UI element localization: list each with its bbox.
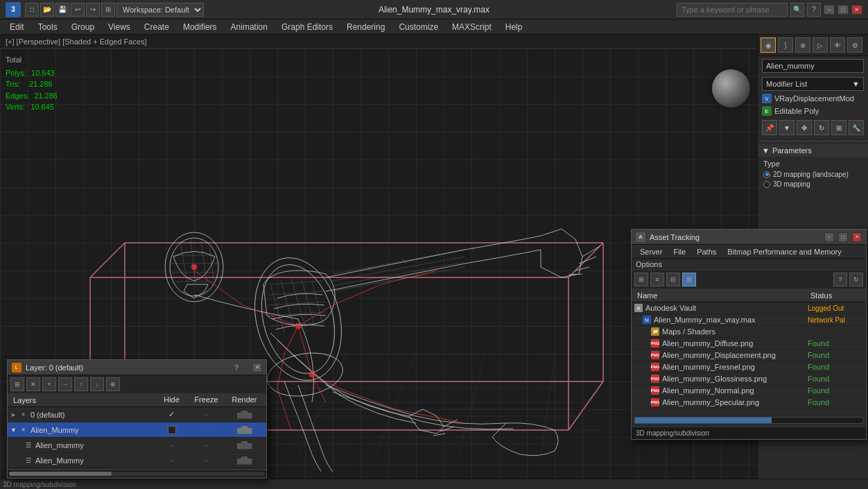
asset-row-specular[interactable]: PNG Alien_mummy_Specular.png Found <box>632 397 866 409</box>
layers-col-name-header: Layers <box>10 395 156 405</box>
menu-customize[interactable]: Customize <box>392 19 445 35</box>
radio-3d-dot <box>763 181 770 188</box>
asset-col-status-header: Status <box>808 291 863 300</box>
asset-row-vault[interactable]: A Autodesk Vault Logged Out <box>632 302 866 314</box>
scale-tool-icon[interactable]: ⊞ <box>831 120 847 135</box>
asset-fresnel-name: PNG Alien_mummy_Fresnel.png <box>651 363 808 371</box>
png-disp-icon: PNG <box>651 351 659 359</box>
layer-tool-add[interactable]: + <box>42 377 56 391</box>
asset-normal-status: Found <box>808 386 863 395</box>
asset-help-icon[interactable]: ? <box>833 273 847 286</box>
menu-animation[interactable]: Animation <box>224 19 275 35</box>
menu-help[interactable]: Help <box>498 19 530 35</box>
menu-edit[interactable]: Edit <box>3 19 31 35</box>
move-tool-icon[interactable]: ✥ <box>797 120 812 135</box>
menu-create[interactable]: Create <box>137 19 176 35</box>
asset-row-displacement[interactable]: PNG Alien_mummy_Displacement.png Found <box>632 350 866 361</box>
menu-tools[interactable]: Tools <box>31 19 64 35</box>
asset-specular-name: PNG Alien_mummy_Specular.png <box>651 398 808 406</box>
object-name-field[interactable]: Alien_mummy <box>762 59 864 73</box>
material-icon[interactable]: ◉ <box>761 37 776 53</box>
save-icon[interactable]: 💾 <box>55 3 69 17</box>
snap-tool-icon[interactable]: 🔧 <box>849 120 864 135</box>
display-icon[interactable]: 👁 <box>830 37 845 53</box>
hide-checkbox-1[interactable] <box>168 426 176 434</box>
menu-group[interactable]: Group <box>64 19 101 35</box>
undo-icon[interactable]: ↩ <box>71 3 85 17</box>
select-tool-icon[interactable]: ▼ <box>779 120 795 135</box>
layer-row-alien-mummy-sub1[interactable]: ☰ Alien_mummy --- --- <box>8 438 266 453</box>
asset-tool-1[interactable]: ⊞ <box>634 273 648 286</box>
layer-tool-all[interactable]: ⊞ <box>10 377 24 391</box>
search-input[interactable] <box>677 3 788 17</box>
layer-tool-up[interactable]: ↑ <box>74 377 88 391</box>
utilities-icon[interactable]: ⚙ <box>847 37 862 53</box>
close-button[interactable]: ✕ <box>851 5 862 15</box>
layers-col-render-header: Render <box>225 395 263 405</box>
layers-scroll-track <box>9 472 265 476</box>
modifier-icon-btn[interactable]: ⟆ <box>778 37 793 53</box>
layer-tool-merge[interactable]: ⊕ <box>106 377 120 391</box>
asset-tool-4[interactable]: ⊞ <box>682 273 696 286</box>
asset-toolbar: ⊞ ≡ ⊟ ⊞ ? ↻ <box>632 271 866 289</box>
minimize-button[interactable]: − <box>824 5 835 15</box>
help-icon[interactable]: ? <box>807 3 821 17</box>
render-camera-icon-2 <box>237 441 252 449</box>
menu-rendering[interactable]: Rendering <box>340 19 392 35</box>
maximize-button[interactable]: □ <box>837 5 849 15</box>
layer-sub1-render <box>225 441 263 449</box>
layer-row-default[interactable]: ► ≡ 0 (default) ✓ --- <box>8 407 266 422</box>
edges-stat: Edges: 21.286 <box>6 90 58 102</box>
asset-title-bar: A Asset Tracking − □ ✕ <box>632 230 866 245</box>
modifier-list-label[interactable]: Modifier List ▼ <box>762 77 864 91</box>
asset-tool-2[interactable]: ≡ <box>650 273 664 286</box>
asset-row-maps[interactable]: 📁 Maps / Shaders <box>632 326 866 338</box>
rotate-tool-icon[interactable]: ↻ <box>814 120 829 135</box>
asset-row-diffuse[interactable]: PNG Alien_mummy_Diffuse.png Found <box>632 338 866 350</box>
layers-help-button[interactable]: ? <box>234 363 238 372</box>
asset-tool-3[interactable]: ⊟ <box>666 273 680 286</box>
new-file-icon[interactable]: □ <box>25 3 39 17</box>
menu-views[interactable]: Views <box>101 19 137 35</box>
asset-menu-file[interactable]: File <box>668 246 691 257</box>
layers-close-button[interactable]: ✕ <box>252 363 262 372</box>
search-icon[interactable]: 🔍 <box>790 3 804 17</box>
motion-icon[interactable]: ▷ <box>813 37 828 53</box>
asset-close-button[interactable]: ✕ <box>852 232 862 242</box>
menu-modifiers[interactable]: Modifiers <box>176 19 224 35</box>
viewport-sphere-preview <box>712 69 750 108</box>
layers-col-freeze-header: Freeze <box>187 395 225 405</box>
radio-2d-mapping[interactable]: 2D mapping (landscape) <box>763 171 862 178</box>
asset-minimize-button[interactable]: − <box>824 232 834 242</box>
asset-row-normal[interactable]: PNG Alien_mummy_Normal.png Found <box>632 385 866 397</box>
asset-refresh-icon[interactable]: ↻ <box>849 273 863 286</box>
layer-tool-delete[interactable]: ✕ <box>26 377 40 391</box>
asset-row-max[interactable]: M Alien_Mummy_max_vray.max Network Pal <box>632 314 866 326</box>
pin-stack-icon[interactable]: 📌 <box>762 120 777 135</box>
modifier-tools-row: 📌 ▼ ✥ ↻ ⊞ 🔧 <box>758 117 868 138</box>
window-title: Alien_Mummy_max_vray.max <box>379 5 489 15</box>
open-file-icon[interactable]: 📂 <box>40 3 54 17</box>
dropdown-arrow-icon: ▼ <box>852 80 860 88</box>
asset-menu-server[interactable]: Server <box>634 246 668 257</box>
radio-3d-mapping[interactable]: 3D mapping <box>763 180 862 188</box>
asset-row-fresnel[interactable]: PNG Alien_mummy_Fresnel.png Found <box>632 361 866 373</box>
layer-row-alien-mummy-sub2[interactable]: ☰ Alien_Mummy --- --- <box>8 453 266 468</box>
layer-row-alien-mummy[interactable]: ▼ ≡ Alien_Mummy --- <box>8 422 266 438</box>
asset-maximize-button[interactable]: □ <box>838 232 848 242</box>
modifier-editable-poly[interactable]: E Editable Poly <box>758 105 868 117</box>
redo-icon[interactable]: ↪ <box>86 3 100 17</box>
layer-tool-down[interactable]: ↓ <box>90 377 104 391</box>
asset-menu-bitmap[interactable]: Bitmap Performance and Memory <box>722 246 847 257</box>
hierarchy-icon[interactable]: ⊕ <box>795 37 810 53</box>
workspace-select[interactable]: Workspace: Default <box>116 3 204 17</box>
asset-menu-paths[interactable]: Paths <box>691 246 722 257</box>
modifier-vray[interactable]: V VRayDisplacementMod <box>758 92 868 105</box>
asset-row-glossiness[interactable]: PNG Alien_mummy_Glossiness.png Found <box>632 373 866 385</box>
viewport-icon[interactable]: ⊞ <box>101 3 115 17</box>
asset-tracking-window: A Asset Tracking − □ ✕ Server File Paths… <box>631 229 867 440</box>
layers-scrollbar[interactable] <box>8 470 266 477</box>
menu-graph-editors[interactable]: Graph Editors <box>275 19 340 35</box>
layer-tool-move[interactable]: → <box>58 377 72 391</box>
menu-maxscript[interactable]: MAXScript <box>445 19 498 35</box>
